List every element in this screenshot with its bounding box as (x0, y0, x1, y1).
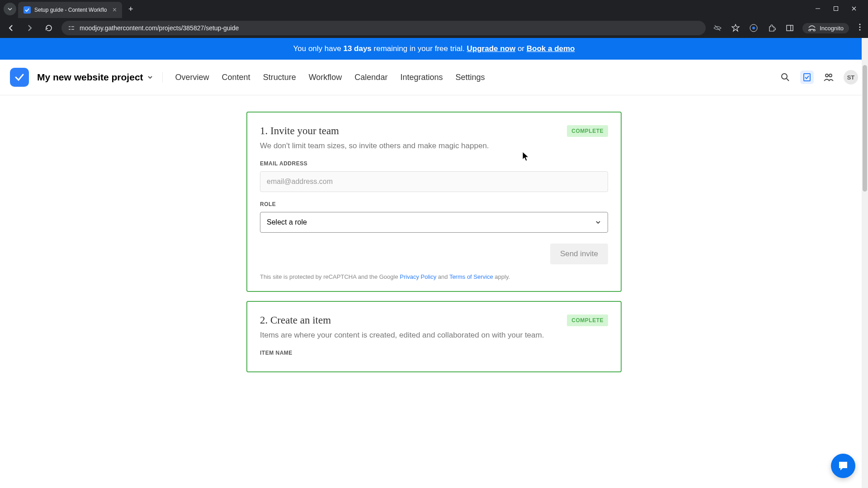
role-select-value: Select a role (267, 218, 307, 226)
recaptcha-note: This site is protected by reCAPTCHA and … (260, 273, 608, 280)
window-maximize[interactable] (832, 5, 840, 13)
site-settings-icon (68, 24, 75, 32)
extensions-icon[interactable] (766, 23, 777, 33)
tab-close-icon[interactable]: × (113, 6, 117, 14)
svg-rect-3 (69, 29, 71, 30)
card2-title: 2. Create an item (260, 314, 544, 326)
url-text: moodjoy.gathercontent.com/projects/38582… (80, 24, 239, 32)
svg-point-7 (752, 27, 755, 29)
trial-days: 13 days (343, 44, 371, 53)
trial-banner: You only have 13 days remaining in your … (0, 38, 868, 60)
eye-off-icon[interactable] (712, 23, 723, 33)
complete-badge: COMPLETE (567, 314, 608, 326)
browser-tab[interactable]: Setup guide - Content Workflo × (18, 2, 122, 18)
tab-bar: Setup guide - Content Workflo × + (0, 0, 868, 18)
reload-button[interactable] (42, 22, 55, 34)
tasks-icon[interactable] (800, 70, 814, 84)
nav-overview[interactable]: Overview (175, 73, 209, 82)
address-bar: moodjoy.gathercontent.com/projects/38582… (0, 18, 868, 38)
chat-launcher[interactable] (831, 454, 855, 478)
browser-menu-icon[interactable] (856, 23, 863, 33)
svg-point-11 (859, 27, 861, 28)
card1-title: 1. Invite your team (260, 125, 489, 137)
user-avatar[interactable]: ST (844, 70, 858, 84)
card2-subtitle: Items are where your content is created,… (260, 331, 544, 340)
chevron-down-icon (595, 219, 601, 225)
svg-point-12 (859, 29, 861, 31)
card-create-item: 2. Create an item Items are where your c… (246, 301, 622, 372)
project-name: My new website project (37, 72, 143, 83)
card-invite-team: 1. Invite your team We don't limit team … (246, 112, 622, 292)
book-demo-link[interactable]: Book a demo (527, 44, 575, 53)
side-panel-icon[interactable] (784, 23, 795, 33)
window-minimize[interactable] (814, 5, 822, 13)
app-header: My new website project Overview Content … (0, 60, 868, 95)
svg-rect-5 (71, 29, 74, 30)
nav-content[interactable]: Content (222, 73, 250, 82)
email-input[interactable] (260, 171, 608, 192)
svg-rect-2 (69, 26, 71, 27)
complete-badge: COMPLETE (567, 125, 608, 137)
incognito-icon (808, 25, 816, 31)
upgrade-now-link[interactable]: Upgrade now (467, 44, 516, 53)
tab-search-dropdown[interactable] (4, 3, 16, 15)
people-icon[interactable] (822, 70, 835, 84)
nav-structure[interactable]: Structure (263, 73, 296, 82)
app-logo[interactable] (10, 68, 29, 87)
scrollbar-track[interactable] (862, 38, 868, 488)
back-button[interactable] (5, 22, 17, 34)
new-tab-button[interactable]: + (124, 3, 138, 16)
card1-subtitle: We don't limit team sizes, so invite oth… (260, 141, 489, 150)
svg-line-14 (787, 79, 789, 81)
window-close[interactable] (850, 5, 858, 13)
chevron-down-icon (147, 74, 153, 80)
privacy-policy-link[interactable]: Privacy Policy (400, 273, 436, 280)
scrollbar-thumb[interactable] (863, 65, 867, 192)
email-label: EMAIL ADDRESS (260, 160, 608, 167)
svg-rect-1 (834, 7, 838, 11)
url-field[interactable]: moodjoy.gathercontent.com/projects/38582… (61, 21, 706, 35)
svg-point-10 (859, 24, 861, 25)
svg-point-13 (782, 74, 787, 79)
profile-indicator-icon[interactable] (748, 23, 759, 33)
bookmark-star-icon[interactable] (730, 23, 741, 33)
role-label: ROLE (260, 201, 608, 207)
nav-integrations[interactable]: Integrations (400, 73, 443, 82)
svg-point-17 (829, 74, 832, 77)
nav-workflow[interactable]: Workflow (309, 73, 342, 82)
terms-of-service-link[interactable]: Terms of Service (449, 273, 493, 280)
forward-button[interactable] (24, 22, 36, 34)
svg-rect-15 (804, 74, 810, 81)
svg-rect-4 (71, 26, 74, 27)
search-icon[interactable] (778, 70, 792, 84)
nav-calendar[interactable]: Calendar (354, 73, 387, 82)
item-name-label: ITEM NAME (260, 350, 608, 356)
svg-point-16 (826, 74, 828, 77)
incognito-label: Incognito (820, 25, 844, 32)
svg-rect-8 (787, 25, 793, 31)
project-switcher[interactable]: My new website project (37, 72, 163, 83)
role-select[interactable]: Select a role (260, 212, 608, 233)
nav-settings[interactable]: Settings (455, 73, 485, 82)
incognito-badge[interactable]: Incognito (802, 23, 849, 33)
tab-title: Setup guide - Content Workflo (34, 7, 109, 13)
tab-favicon (24, 6, 31, 14)
main-nav: Overview Content Structure Workflow Cale… (175, 73, 485, 82)
send-invite-button[interactable]: Send invite (550, 244, 608, 264)
